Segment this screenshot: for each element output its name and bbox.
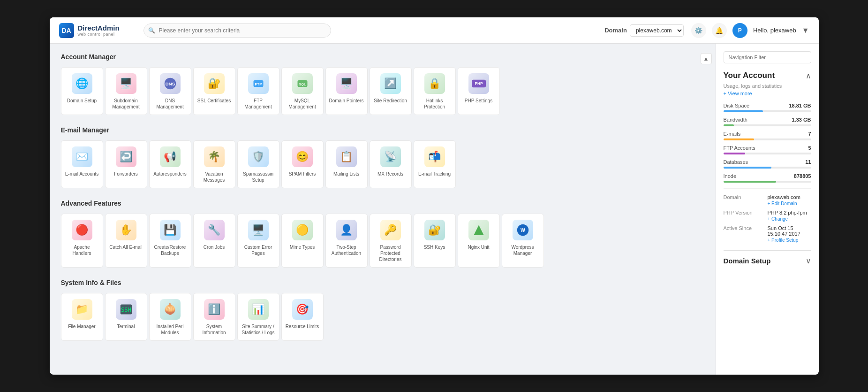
svg-text:FTP: FTP [255, 82, 262, 86]
item-mysql-management[interactable]: SQL MySQL Management [281, 67, 324, 115]
collapse-button[interactable]: ∧ [806, 71, 811, 80]
wordpress-icon: W [513, 220, 533, 240]
item-site-redirection[interactable]: ↗️ Site Redirection [370, 67, 412, 115]
item-domain-setup[interactable]: 🌐 Domain Setup [61, 67, 103, 115]
apache-label: Apache Handlers [64, 244, 100, 256]
password-prot-label: Password Protected Directories [373, 244, 408, 262]
ssh-label: SSH Keys [424, 244, 445, 250]
item-ssl-certificates[interactable]: 🔐 SSL Certificates [193, 67, 235, 115]
item-password-protected-dirs[interactable]: 🔑 Password Protected Directories [370, 214, 412, 268]
logo-title: DirectAdmin [78, 24, 120, 32]
bandwidth-row: Bandwidth 1.33 GB [724, 117, 811, 126]
item-file-manager[interactable]: 📁 File Manager [61, 293, 103, 341]
emails-row: E-mails 7 [724, 131, 811, 140]
user-dropdown-icon[interactable]: ▼ [802, 26, 809, 35]
item-domain-pointers[interactable]: 🖥️ Domain Pointers [325, 67, 368, 115]
domain-info-section: Domain plexaweb.com + Edit Domain PHP Ve… [724, 188, 811, 243]
php-icon: PHP [468, 73, 489, 94]
item-site-statistics-logs[interactable]: 📊 Site Summary / Statistics / Logs [237, 293, 279, 341]
section-title-account-manager: Account Manager [61, 53, 704, 61]
resource-label: Resource Limits [286, 323, 319, 330]
svg-text:SSH: SSH [121, 307, 131, 313]
domain-key: Domain [724, 194, 766, 206]
item-ftp-management[interactable]: FTP FTP Management [237, 67, 279, 115]
item-hotlinks-protection[interactable]: 🔒 Hotlinks Protection [414, 67, 456, 115]
ssl-label: SSL Certificates [197, 98, 231, 104]
php-version-key: PHP Version [724, 210, 766, 222]
item-mx-records[interactable]: 📡 MX Records [370, 140, 412, 188]
item-mailing-lists[interactable]: 📋 Mailing Lists [325, 140, 368, 188]
spam-filters-icon: 😊 [292, 146, 313, 167]
cron-icon: 🔧 [204, 220, 225, 240]
spamassassin-icon: 🛡️ [248, 146, 269, 167]
item-two-step-auth[interactable]: 👤 Two-Step Authentication [325, 214, 368, 268]
edit-domain-link[interactable]: + Edit Domain [768, 201, 811, 206]
redirect-label: Site Redirection [374, 98, 407, 104]
ftp-label: FTP Management [241, 98, 276, 110]
domain-val: plexaweb.com [768, 194, 800, 200]
item-vacation-messages[interactable]: 🌴 Vacation Messages [193, 140, 235, 188]
item-cron-jobs[interactable]: 🔧 Cron Jobs [193, 214, 235, 268]
item-forwarders[interactable]: ↩️ Forwarders [105, 140, 147, 188]
item-spam-filters[interactable]: 😊 SPAM Filters [281, 140, 324, 188]
domain-setup-collapse-button[interactable]: ∨ [806, 256, 811, 265]
domain-selector: Domain plexaweb.com [604, 24, 684, 37]
notifications-icon-button[interactable]: 🔔 [712, 23, 727, 38]
subdomain-label: Subdomain Management [108, 98, 144, 110]
item-mime-types[interactable]: 🟡 Mime Types [281, 214, 324, 268]
item-terminal[interactable]: SSH Terminal [105, 293, 147, 341]
item-system-information[interactable]: ℹ️ System Information [193, 293, 235, 341]
item-custom-error-pages[interactable]: 🖥️ Custom Error Pages [237, 214, 279, 268]
item-apache-handlers[interactable]: 🔴 Apache Handlers [61, 214, 103, 268]
item-dns-management[interactable]: DNS DNS Management [149, 67, 191, 115]
item-ssh-keys[interactable]: 🔐 SSH Keys [414, 214, 456, 268]
vacation-icon: 🌴 [204, 146, 225, 167]
email-manager-grid: ✉️ E-mail Accounts ↩️ Forwarders 📢 Autor… [61, 140, 704, 188]
item-email-accounts[interactable]: ✉️ E-mail Accounts [61, 140, 103, 188]
twostep-icon: 👤 [336, 220, 357, 240]
mime-label: Mime Types [290, 244, 315, 250]
settings-icon-button[interactable]: ⚙️ [691, 23, 706, 38]
dns-label: DNS Management [152, 98, 188, 110]
forwarders-icon: ↩️ [116, 146, 136, 167]
inode-row: Inode 878805 [724, 173, 811, 183]
system-info-grid: 📁 File Manager SSH Terminal 🧅 Installed … [61, 293, 704, 341]
domain-ptr-label: Domain Pointers [329, 98, 364, 104]
item-nginx-unit[interactable]: Nginx Unit [458, 214, 500, 268]
cron-label: Cron Jobs [204, 244, 225, 250]
search-input[interactable] [143, 23, 331, 38]
your-account-header: Your Account ∧ [724, 71, 811, 80]
domain-row: Domain plexaweb.com + Edit Domain [724, 194, 811, 206]
stats-icon: 📊 [248, 299, 269, 320]
item-catch-all-email[interactable]: ✋ Catch All E-mail [105, 214, 147, 268]
item-email-tracking[interactable]: 📬 E-mail Tracking [414, 140, 456, 188]
section-email-manager: E-mail Manager ✉️ E-mail Accounts ↩️ For… [61, 126, 704, 188]
inode-label: Inode [724, 173, 737, 179]
item-autoresponders[interactable]: 📢 Autoresponders [149, 140, 191, 188]
subdomain-icon: 🖥️ [116, 73, 136, 94]
item-wordpress-manager[interactable]: W Wordpress Manager [502, 214, 544, 268]
domain-select[interactable]: plexaweb.com [630, 24, 684, 37]
active-since-key: Active Since [724, 225, 766, 243]
spamassassin-label: Spamassassin Setup [241, 171, 276, 183]
domain-label: Domain [604, 27, 627, 34]
search-bar[interactable]: 🔍 [143, 23, 331, 38]
active-since-row: Active Since Sun Oct 15 15:10:47 2017 + … [724, 225, 811, 243]
item-subdomain-management[interactable]: 🖥️ Subdomain Management [105, 67, 147, 115]
password-prot-icon: 🔑 [380, 220, 401, 240]
item-resource-limits[interactable]: 🎯 Resource Limits [281, 293, 324, 341]
nav-filter-input[interactable] [724, 51, 811, 63]
disk-space-value: 18.81 GB [789, 103, 811, 108]
change-php-link[interactable]: + Change [768, 216, 811, 222]
item-perl-modules[interactable]: 🧅 Installed Perl Modules [149, 293, 191, 341]
item-php-settings[interactable]: PHP PHP Settings [458, 67, 500, 115]
databases-label: Databases [724, 159, 748, 165]
item-spamassassin[interactable]: 🛡️ Spamassassin Setup [237, 140, 279, 188]
scroll-up-button[interactable]: ▲ [701, 53, 712, 64]
view-more-link[interactable]: + View more [724, 91, 811, 96]
ftp-accounts-label: FTP Accounts [724, 145, 755, 151]
profile-setup-link[interactable]: + Profile Setup [768, 238, 811, 243]
item-create-restore-backups[interactable]: 💾 Create/Restore Backups [149, 214, 191, 268]
svg-text:DNS: DNS [165, 81, 175, 86]
svg-marker-8 [474, 225, 483, 235]
